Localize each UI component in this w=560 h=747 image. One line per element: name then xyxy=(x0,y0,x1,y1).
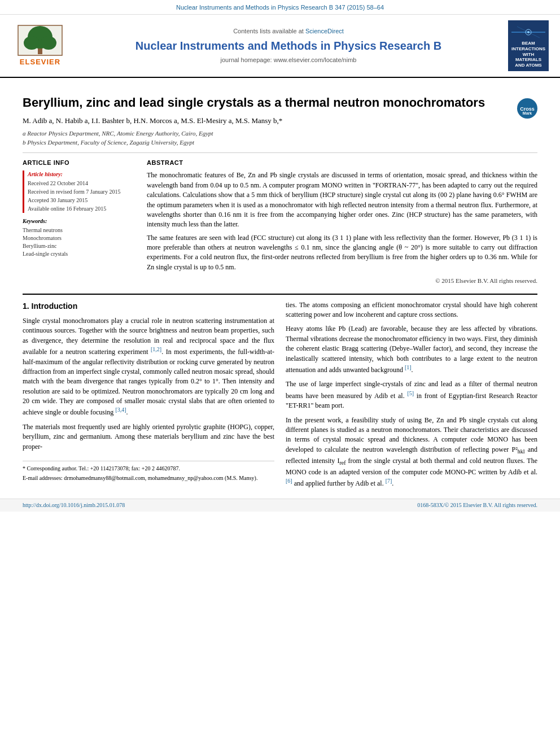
journal-reference-bar: Nuclear Instruments and Methods in Physi… xyxy=(0,0,560,15)
ref-6: [6] xyxy=(286,478,292,484)
journal-header: ELSEVIER Contents lists available at Sci… xyxy=(0,15,560,78)
authors-line: M. Adib a, N. Habib a, I.I. Bashter b, H… xyxy=(23,116,537,126)
affiliation-a: a Reactor Physics Department, NRC, Atomi… xyxy=(23,129,537,138)
sciencedirect-notice: Contents lists available at ScienceDirec… xyxy=(78,27,499,36)
keywords-heading: Keywords: xyxy=(23,217,135,225)
footnote-email: E-mail addresses: drmohamedmansy88@hotma… xyxy=(23,474,274,483)
abstract-heading: ABSTRACT xyxy=(147,159,537,167)
intro-paragraph-1: Single crystal monochromators play a cru… xyxy=(23,316,274,418)
article-title: Beryllium, zinc and lead single crystals… xyxy=(23,95,537,111)
body-left-col: 1. Introduction Single crystal monochrom… xyxy=(23,300,274,493)
intro-paragraph-5: The use of large imperfect single-crysta… xyxy=(286,379,537,410)
keyword-2: Monochromators xyxy=(23,234,135,242)
abstract-text: The monochromatic features of Be, Zn and… xyxy=(147,171,537,272)
body-divider xyxy=(23,294,537,295)
sciencedirect-link[interactable]: ScienceDirect xyxy=(305,28,344,34)
accepted-date: Accepted 30 January 2015 xyxy=(28,196,135,204)
affiliation-b: b Physics Department, Faculty of Science… xyxy=(23,138,537,147)
abstract-panel: ABSTRACT The monochromatic features of B… xyxy=(147,159,537,286)
ref-5: [5] xyxy=(407,390,414,396)
ref-7: [7] xyxy=(386,478,392,484)
ref-1: [1] xyxy=(405,364,412,370)
info-abstract-area: ARTICLE INFO Article history: Received 2… xyxy=(23,159,537,286)
journal-title-area: Contents lists available at ScienceDirec… xyxy=(78,27,499,65)
ref-1-2: [1,2] xyxy=(151,346,161,352)
journal-homepage: journal homepage: www.elsevier.com/locat… xyxy=(78,56,499,64)
article-history-title: Article history: xyxy=(28,171,135,178)
keyword-1: Thermal neutrons xyxy=(23,226,135,234)
footnote-corresponding: * Corresponding author. Tel.: +20 114217… xyxy=(23,465,274,473)
elsevier-logo-area: ELSEVIER xyxy=(9,25,71,67)
copyright-notice: © 2015 Elsevier B.V. All rights reserved… xyxy=(147,277,537,285)
received-date: Received 22 October 2014 xyxy=(28,180,135,187)
svg-point-10 xyxy=(527,31,530,33)
cover-text: BEAMINTERACTIONSWITHMATERIALSAND ATOMS xyxy=(511,41,545,68)
body-right-col: ties. The atoms composing an efficient m… xyxy=(286,300,537,493)
elsevier-tree-icon xyxy=(18,25,63,56)
cover-graphic-icon xyxy=(511,24,545,41)
crossmark-badge: Cross Mark xyxy=(517,98,537,119)
issn-text: 0168-583X/© 2015 Elsevier B.V. All right… xyxy=(417,501,537,509)
intro-paragraph-3: ties. The atoms composing an efficient m… xyxy=(286,300,537,320)
svg-point-3 xyxy=(24,36,40,50)
article-info-heading: ARTICLE INFO xyxy=(23,159,135,167)
elsevier-wordmark: ELSEVIER xyxy=(20,57,60,67)
footnote-area: * Corresponding author. Tel.: +20 114217… xyxy=(23,461,274,482)
main-content: Cross Mark Beryllium, zinc and lead sing… xyxy=(0,78,560,493)
journal-reference-text: Nuclear Instruments and Methods in Physi… xyxy=(176,4,384,11)
journal-cover-area: BEAMINTERACTIONSWITHMATERIALSAND ATOMS xyxy=(506,20,551,71)
intro-paragraph-2: The materials most frequently used are h… xyxy=(23,422,274,452)
elsevier-logo: ELSEVIER xyxy=(18,25,63,67)
svg-point-4 xyxy=(41,36,56,50)
received-revised-date: Received in revised form 7 January 2015 xyxy=(28,188,135,196)
section-1-title: 1. Introduction xyxy=(23,300,274,312)
keyword-3: Beryllium-zinc xyxy=(23,242,135,250)
abstract-paragraph-2: The same features are seen with lead (FC… xyxy=(147,233,537,273)
keyword-4: Lead-single crystals xyxy=(23,250,135,258)
article-history-block: Article history: Received 22 October 201… xyxy=(23,171,135,213)
intro-paragraph-6: In the present work, a feasibility study… xyxy=(286,416,537,489)
intro-paragraph-4: Heavy atoms like Pb (Lead) are favorable… xyxy=(286,324,537,375)
available-online-date: Available online 16 February 2015 xyxy=(28,205,135,213)
doi-bar: http://dx.doi.org/10.1016/j.nimb.2015.01… xyxy=(0,499,560,512)
article-info-panel: ARTICLE INFO Article history: Received 2… xyxy=(23,159,135,286)
article-header: Cross Mark Beryllium, zinc and lead sing… xyxy=(23,95,537,111)
svg-text:Mark: Mark xyxy=(523,111,532,115)
abstract-paragraph-1: The monochromatic features of Be, Zn and… xyxy=(147,171,537,229)
journal-cover-image: BEAMINTERACTIONSWITHMATERIALSAND ATOMS xyxy=(508,20,549,71)
doi-link: http://dx.doi.org/10.1016/j.nimb.2015.01… xyxy=(23,501,125,509)
header-divider xyxy=(23,152,537,153)
crossmark-icon: Cross Mark xyxy=(517,98,537,119)
affiliations: a Reactor Physics Department, NRC, Atomi… xyxy=(23,129,537,147)
body-content: 1. Introduction Single crystal monochrom… xyxy=(23,300,537,493)
journal-title: Nuclear Instruments and Methods in Physi… xyxy=(78,38,499,54)
ref-3-4: [3,4] xyxy=(115,407,126,413)
crossmark-logo-icon: Cross Mark xyxy=(519,101,535,116)
